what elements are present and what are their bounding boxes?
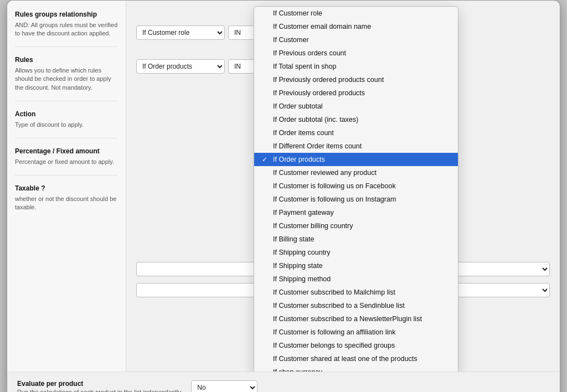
dropdown-item-label-25: If Customer belongs to specified groups [273,342,395,349]
rule-type-select-1[interactable]: If Customer role [136,25,225,40]
divider-4 [15,175,118,176]
dropdown-item-8[interactable]: If Order subtotal (inc. taxes) [254,113,458,126]
dropdown-item-label-2: If Customer [273,36,309,44]
dropdown-item-11[interactable]: ✓If Order products [254,153,458,166]
dropdown-item-label-3: If Previous orders count [273,49,346,57]
sidebar-section-rules-groups: Rules groups relationship AND: All group… [15,11,118,38]
divider-3 [15,138,118,138]
footer-desc: Run the calculations of each product in … [17,389,182,392]
dropdown-item-13[interactable]: If Customer is following us on Facebook [254,179,458,193]
dropdown-item-label-4: If Total spent in shop [273,63,336,70]
dropdown-item-label-22: If Customer subscribed to a Sendinblue l… [273,302,405,310]
main-content: If Customer role IN NOT IN Author Contri… [126,1,560,372]
dropdown-item-label-14: If Customer is following us on Instagram [273,195,396,203]
sidebar: Rules groups relationship AND: All group… [7,1,126,372]
dropdown-item-label-8: If Order subtotal (inc. taxes) [273,116,358,123]
dropdown-item-27[interactable]: If shop currency [254,365,458,372]
rule-type-select-2[interactable]: If Order products [136,59,225,74]
dropdown-item-6[interactable]: If Previously ordered products [254,86,458,100]
dropdown-item-10[interactable]: If Different Order items count [254,140,458,153]
dropdown-menu: If Customer roleIf Customer email domain… [254,6,458,372]
dropdown-item-23[interactable]: If Customer subscribed to a NewsletterPl… [254,312,458,326]
dropdown-item-16[interactable]: If Customer billing country [254,219,458,233]
dropdown-item-label-15: If Payment gateway [273,209,334,216]
dropdown-item-label-19: If Shipping state [273,262,323,270]
sidebar-desc-rules-groups: AND: All groups rules must be verified t… [15,21,118,38]
dropdown-item-label-23: If Customer subscribed to a NewsletterPl… [273,315,422,323]
main-window: Rules groups relationship AND: All group… [7,0,560,392]
dropdown-item-9[interactable]: If Order items count [254,126,458,140]
dropdown-item-label-13: If Customer is following us on Facebook [273,182,396,190]
dropdown-item-4[interactable]: If Total spent in shop [254,60,458,73]
dropdown-item-7[interactable]: If Order subtotal [254,100,458,113]
sidebar-section-rules: Rules Allows you to define which rules s… [15,56,118,92]
dropdown-item-label-9: If Order items count [273,129,334,137]
dropdown-item-label-7: If Order subtotal [273,102,323,110]
dropdown-item-26[interactable]: If Customer shared at least one of the p… [254,352,458,365]
dropdown-item-3[interactable]: If Previous orders count [254,47,458,60]
sidebar-section-taxable: Taxable ? whether or not the discount sh… [15,184,118,212]
divider-1 [15,47,118,47]
sidebar-desc-percentage: Percentage or fixed amount to apply. [15,158,118,166]
dropdown-item-label-21: If Customer subscribed to Mailchimp list [273,288,395,296]
dropdown-item-label-11: If Order products [273,156,325,163]
dropdown-item-label-16: If Customer billing country [273,222,353,230]
dropdown-item-24[interactable]: If Customer is following an affiliation … [254,326,458,339]
dropdown-item-label-10: If Different Order items count [273,142,362,150]
dropdown-item-2[interactable]: If Customer [254,33,458,47]
dropdown-item-25[interactable]: If Customer belongs to specified groups [254,339,458,352]
footer-section: Evaluate per product Run the calculation… [17,380,182,392]
sidebar-section-percentage: Percentage / Fixed amount Percentage or … [15,147,118,166]
dropdown-item-0[interactable]: If Customer role [254,7,458,20]
dropdown-item-12[interactable]: If Customer reviewed any product [254,166,458,179]
dropdown-item-label-18: If Shipping country [273,249,331,256]
dropdown-item-check-11: ✓ [262,156,270,163]
divider-2 [15,101,118,101]
sidebar-desc-taxable: whether or not the discount should be ta… [15,195,118,212]
dropdown-item-label-26: If Customer shared at least one of the p… [273,355,417,363]
dropdown-item-18[interactable]: If Shipping country [254,246,458,259]
evaluate-per-product-select[interactable]: No Yes [191,380,257,392]
dropdown-item-label-27: If shop currency [273,368,322,372]
dropdown-item-label-5: If Previously ordered products count [273,76,384,84]
footer-title: Evaluate per product [17,380,182,388]
sidebar-title-rules-groups: Rules groups relationship [15,11,118,19]
sidebar-desc-action: Type of discount to apply. [15,121,118,129]
dropdown-item-1[interactable]: If Customer email domain name [254,20,458,33]
footer-area: Evaluate per product Run the calculation… [7,372,560,392]
dropdown-item-label-24: If Customer is following an affiliation … [273,328,395,336]
dropdown-item-22[interactable]: If Customer subscribed to a Sendinblue l… [254,299,458,312]
dropdown-item-15[interactable]: If Payment gateway [254,206,458,219]
dropdown-item-14[interactable]: If Customer is following us on Instagram [254,193,458,206]
dropdown-item-19[interactable]: If Shipping state [254,259,458,272]
dropdown-item-21[interactable]: If Customer subscribed to Mailchimp list [254,286,458,299]
dropdown-item-label-17: If Billing state [273,235,314,243]
dropdown-item-label-20: If Shipping method [273,275,331,283]
dropdown-item-label-12: If Customer reviewed any product [273,169,377,177]
sidebar-desc-rules: Allows you to define which rules should … [15,66,118,92]
dropdown-item-label-6: If Previously ordered products [273,89,365,97]
sidebar-section-action: Action Type of discount to apply. [15,110,118,129]
dropdown-item-label-1: If Customer email domain name [273,23,371,30]
dropdown-item-17[interactable]: If Billing state [254,233,458,246]
sidebar-title-action: Action [15,110,118,119]
sidebar-title-rules: Rules [15,56,118,65]
dropdown-item-20[interactable]: If Shipping method [254,272,458,286]
dropdown-item-5[interactable]: If Previously ordered products count [254,73,458,86]
sidebar-title-percentage: Percentage / Fixed amount [15,147,118,156]
dropdown-item-label-0: If Customer role [273,9,322,17]
sidebar-title-taxable: Taxable ? [15,184,118,193]
